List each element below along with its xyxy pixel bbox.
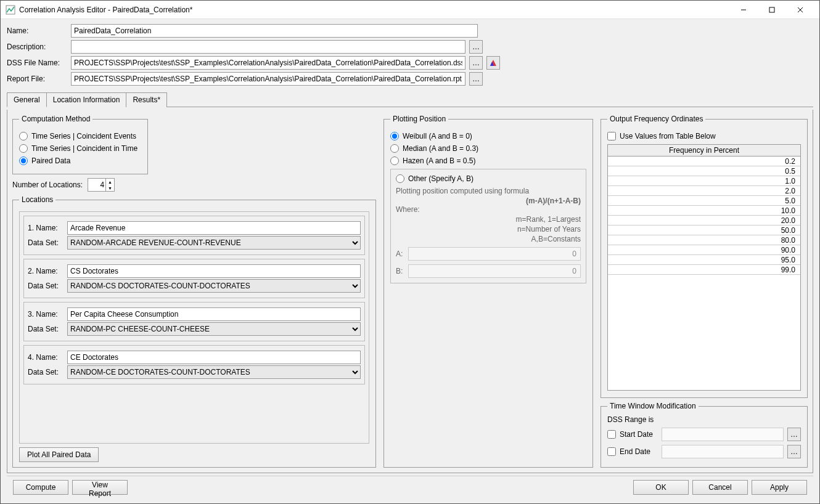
svg-rect-2	[769, 7, 774, 12]
use-values-checkbox[interactable]	[607, 132, 616, 140]
plotting-position-group: Plotting Position Weibull (A and B = 0) …	[383, 115, 593, 468]
plotting-position-legend: Plotting Position	[390, 115, 448, 123]
start-date-browse-button[interactable]: …	[787, 428, 801, 441]
freq-row[interactable]: 95.0	[608, 255, 800, 265]
frequency-table[interactable]: Frequency in Percent 0.2 0.5 1.0 2.0 5.0…	[607, 144, 801, 391]
freq-row[interactable]: 10.0	[608, 206, 800, 216]
num-locations-spinner[interactable]: ▲ ▼	[88, 178, 115, 192]
num-locations-label: Number of Locations:	[12, 181, 83, 189]
radio-coincident-events[interactable]	[19, 132, 28, 140]
radio-other-label: Other (Specify A, B)	[408, 174, 474, 183]
frequency-table-header: Frequency in Percent	[608, 145, 800, 156]
freq-row[interactable]: 1.0	[608, 176, 800, 186]
formula-where: Where:	[396, 205, 581, 214]
locations-legend: Locations	[19, 195, 55, 204]
dss-range-label: DSS Range is	[607, 415, 801, 424]
locations-group: Locations 1. Name: Data Set:RANDOM-ARCAD…	[12, 195, 376, 468]
app-window: Correlation Analysis Editor - PairedData…	[0, 0, 820, 504]
report-file-input[interactable]	[71, 72, 465, 86]
description-label: Description:	[7, 43, 67, 51]
freq-row[interactable]: 50.0	[608, 226, 800, 235]
formula-line2: n=Number of Years	[396, 225, 581, 234]
name-input[interactable]	[71, 24, 478, 38]
compute-button[interactable]: Compute	[13, 480, 68, 495]
freq-row[interactable]: 90.0	[608, 245, 800, 255]
formula-desc: Plotting position computed using formula	[396, 187, 581, 195]
num-locations-input[interactable]	[88, 179, 105, 190]
freq-row[interactable]: 5.0	[608, 196, 800, 206]
location-4-dataset-select[interactable]: RANDOM-CE DOCTORATES-COUNT-DOCTORATES	[67, 365, 361, 379]
radio-hazen[interactable]	[390, 156, 399, 165]
b-label: B:	[396, 267, 404, 275]
use-values-label: Use Values from Table Below	[620, 132, 716, 140]
freq-row[interactable]: 99.0	[608, 265, 800, 275]
formula-line3: A,B=Constants	[396, 235, 581, 243]
location-item-1: 1. Name: Data Set:RANDOM-ARCADE REVENUE-…	[23, 216, 365, 255]
dss-browse-button[interactable]: …	[469, 56, 483, 70]
tab-results[interactable]: Results*	[126, 92, 167, 107]
end-date-checkbox[interactable]	[607, 447, 616, 456]
freq-row[interactable]: 80.0	[608, 235, 800, 245]
locations-list: 1. Name: Data Set:RANDOM-ARCADE REVENUE-…	[19, 211, 369, 444]
tab-location-information[interactable]: Location Information	[46, 92, 127, 107]
location-2-dataset-select[interactable]: RANDOM-CS DOCTORATES-COUNT-DOCTORATES	[67, 279, 361, 293]
maximize-button[interactable]	[758, 1, 786, 18]
radio-paired-data-label: Paired Data	[31, 156, 70, 165]
tab-page-general: Computation Method Time Series | Coincid…	[7, 110, 813, 473]
tab-general[interactable]: General	[7, 92, 47, 107]
cancel-button[interactable]: Cancel	[692, 480, 748, 495]
freq-row[interactable]: 20.0	[608, 216, 800, 226]
radio-weibull[interactable]	[390, 132, 399, 140]
title-bar: Correlation Analysis Editor - PairedData…	[1, 1, 819, 19]
location-3-dataset-select[interactable]: RANDOM-PC CHEESE-COUNT-CHEESE	[67, 322, 361, 336]
location-1-dataset-select[interactable]: RANDOM-ARCADE REVENUE-COUNT-REVENUE	[67, 236, 361, 250]
location-2-name-input[interactable]	[67, 264, 361, 278]
name-label: Name:	[7, 26, 67, 35]
location-item-4: 4. Name: Data Set:RANDOM-CE DOCTORATES-C…	[23, 345, 365, 384]
radio-hazen-label: Hazen (A and B = 0.5)	[403, 156, 475, 165]
a-label: A:	[396, 250, 404, 258]
view-report-button[interactable]: View Report	[72, 480, 128, 495]
location-item-2: 2. Name: Data Set:RANDOM-CS DOCTORATES-C…	[23, 259, 365, 298]
other-formula-box: Other (Specify A, B) Plotting position c…	[390, 169, 586, 283]
spinner-down-icon[interactable]: ▼	[105, 185, 114, 191]
output-frequency-legend: Output Frequency Ordinates	[607, 115, 705, 123]
computation-method-legend: Computation Method	[19, 115, 92, 123]
radio-median-label: Median (A and B = 0.3)	[403, 144, 478, 153]
end-date-browse-button[interactable]: …	[787, 445, 801, 458]
description-ellipsis-button[interactable]: …	[469, 40, 483, 54]
apply-button[interactable]: Apply	[752, 480, 807, 495]
location-1-name-input[interactable]	[67, 221, 361, 235]
location-item-3: 3. Name: Data Set:RANDOM-PC CHEESE-COUNT…	[23, 302, 365, 341]
time-window-legend: Time Window Modification	[607, 402, 699, 410]
location-4-name-input[interactable]	[67, 351, 361, 364]
description-input[interactable]	[71, 40, 465, 54]
freq-row[interactable]: 0.2	[608, 156, 800, 166]
report-file-label: Report File:	[7, 75, 67, 83]
spinner-up-icon[interactable]: ▲	[105, 179, 114, 185]
end-date-input[interactable]	[662, 445, 784, 458]
dss-file-label: DSS File Name:	[7, 59, 67, 67]
minimize-button[interactable]	[729, 1, 758, 18]
computation-method-group: Computation Method Time Series | Coincid…	[12, 115, 148, 174]
end-date-label: End Date	[620, 447, 658, 456]
close-button[interactable]	[786, 1, 814, 18]
freq-row[interactable]: 2.0	[608, 186, 800, 196]
radio-coincident-in-time[interactable]	[19, 144, 28, 153]
start-date-input[interactable]	[662, 428, 784, 441]
radio-paired-data[interactable]	[19, 156, 28, 165]
radio-other[interactable]	[396, 174, 404, 183]
ok-button[interactable]: OK	[633, 480, 689, 495]
report-browse-button[interactable]: …	[469, 72, 483, 86]
dss-plot-icon[interactable]	[486, 56, 500, 70]
dss-file-input[interactable]	[71, 56, 465, 70]
radio-median[interactable]	[390, 144, 399, 153]
a-input	[408, 247, 581, 261]
footer-bar: Compute View Report OK Cancel Apply	[7, 476, 813, 498]
formula-line1: m=Rank, 1=Largest	[396, 215, 581, 224]
start-date-checkbox[interactable]	[607, 430, 616, 439]
location-3-name-input[interactable]	[67, 307, 361, 321]
plot-all-paired-data-button[interactable]: Plot All Paired Data	[19, 447, 99, 462]
b-input	[408, 264, 581, 278]
freq-row[interactable]: 0.5	[608, 166, 800, 176]
